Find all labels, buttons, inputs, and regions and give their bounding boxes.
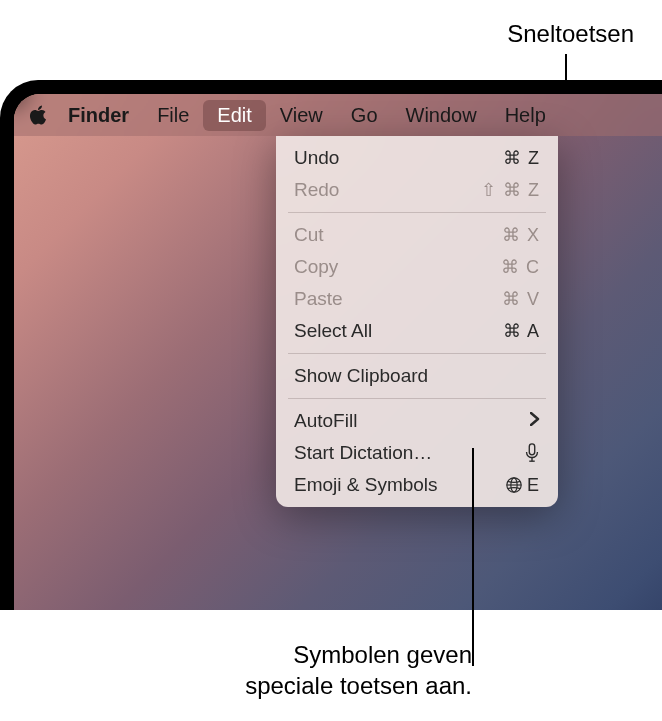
callout-line1: Symbolen geven [245,639,472,670]
menu-file[interactable]: File [143,100,203,131]
menu-item-select-all[interactable]: Select All ⌘ A [276,315,558,347]
menu-item-redo: Redo ⇧ ⌘ Z [276,174,558,206]
menu-label: Emoji & Symbols [294,474,438,496]
menu-app-name[interactable]: Finder [54,100,143,131]
chevron-right-icon [530,412,540,430]
laptop-bezel: Finder File Edit View Go Window Help Und… [0,80,662,610]
menu-help[interactable]: Help [491,100,560,131]
shortcut-text: E [505,475,540,496]
menu-item-copy: Copy ⌘ C [276,251,558,283]
edit-dropdown-menu: Undo ⌘ Z Redo ⇧ ⌘ Z Cut ⌘ X Copy ⌘ C Pa [276,136,558,507]
desktop-screen: Finder File Edit View Go Window Help Und… [14,94,662,610]
menu-label: Undo [294,147,339,169]
menu-label: Cut [294,224,324,246]
menubar: Finder File Edit View Go Window Help [14,94,662,136]
menu-label: Start Dictation… [294,442,432,464]
shortcut-text: ⌘ V [502,288,540,310]
shortcut-text: ⌘ Z [503,147,540,169]
menu-window[interactable]: Window [392,100,491,131]
menu-item-show-clipboard[interactable]: Show Clipboard [276,360,558,392]
menu-view[interactable]: View [266,100,337,131]
menu-item-dictation[interactable]: Start Dictation… [276,437,558,469]
menu-item-emoji[interactable]: Emoji & Symbols E [276,469,558,501]
screen-container: Finder File Edit View Go Window Help Und… [0,80,662,610]
apple-menu-icon[interactable] [22,104,54,126]
menu-item-paste: Paste ⌘ V [276,283,558,315]
menu-item-autofill[interactable]: AutoFill [276,405,558,437]
shortcut-text: ⇧ ⌘ Z [481,179,540,201]
menu-label: Copy [294,256,338,278]
shortcut-text: ⌘ A [503,320,540,342]
menu-separator [288,212,546,213]
menu-label: Show Clipboard [294,365,428,387]
globe-icon [505,476,523,494]
callout-line [472,448,474,666]
menu-separator [288,398,546,399]
callout-shortcuts: Sneltoetsen [507,20,634,48]
menu-label: Paste [294,288,343,310]
callout-symbols: Symbolen geven speciale toetsen aan. [245,639,472,701]
menu-label: AutoFill [294,410,357,432]
menu-label: Select All [294,320,372,342]
menu-separator [288,353,546,354]
menu-go[interactable]: Go [337,100,392,131]
microphone-icon [524,443,540,463]
shortcut-text: ⌘ C [501,256,540,278]
svg-rect-0 [529,444,534,455]
menu-label: Redo [294,179,339,201]
callout-line2: speciale toetsen aan. [245,670,472,701]
shortcut-text: ⌘ X [502,224,540,246]
menu-edit[interactable]: Edit [203,100,265,131]
menu-item-undo[interactable]: Undo ⌘ Z [276,142,558,174]
menu-item-cut: Cut ⌘ X [276,219,558,251]
